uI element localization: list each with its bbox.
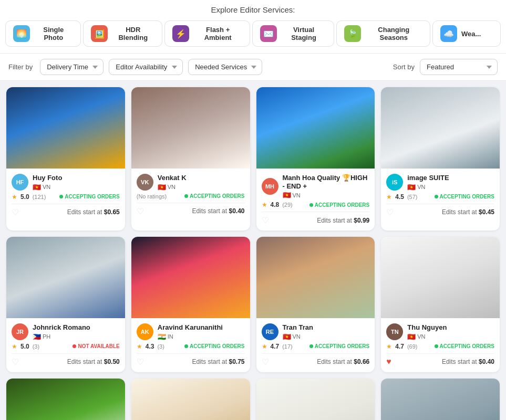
service-tab-virtual-staging[interactable]: ✉️ Virtual Staging [252, 20, 334, 47]
editor-name: Manh Hoa Quality 🏆HIGH - END + [283, 174, 370, 190]
price-text: Edits start at $0.45 [442, 208, 494, 216]
card-body: JR Johnrick Romano 🇵🇭 PH ★ 5.0 (3) [6, 318, 125, 372]
editor-availability-filter[interactable]: Editor Availability Available Not Availa… [109, 59, 183, 75]
editor-card[interactable]: BP BEEPEC 🇻🇳 VN ♡ [131, 379, 250, 420]
service-tabs: 🌅 Single Photo 🖼️ HDR Blending ⚡ Flash +… [0, 18, 506, 49]
editor-card[interactable]: VK Venkat K 🇻🇳 VN (No ratings) ACCEPTING… [131, 87, 250, 230]
favorite-button[interactable]: ♡ [12, 207, 19, 217]
status-text: ACCEPTING ORDERS [190, 343, 244, 349]
hdr-blending-icon: 🖼️ [91, 25, 108, 42]
editor-info-row: RE Tran Tran 🇻🇳 VN [262, 323, 370, 341]
editor-country: 🇻🇳 VN [33, 183, 120, 191]
rating-value: 4.7 [271, 343, 280, 350]
editor-card[interactable]: RE Tran Tran 🇻🇳 VN ★ 4.7 (17) [256, 237, 375, 372]
price-text: Edits start at $0.75 [192, 358, 244, 365]
sort-filter[interactable]: Featured Price: Low to High Price: High … [420, 59, 498, 75]
editor-info-row: AK Aravind Karunanithi 🇮🇳 IN [137, 323, 245, 341]
status-text: ACCEPTING ORDERS [315, 202, 369, 208]
card-stats: ★ 4.7 (69) ACCEPTING ORDERS [386, 343, 494, 350]
card-body: iS image SUITE 🇻🇳 VN ★ 4.5 (57) [381, 169, 500, 223]
star-icon: ★ [386, 343, 392, 350]
card-footer: ♡ Edits start at $0.65 [12, 204, 120, 217]
service-tab-single-photo[interactable]: 🌅 Single Photo [5, 20, 81, 47]
editor-name: Thu Nguyen [407, 323, 494, 332]
status-badge: ACCEPTING ORDERS [309, 343, 369, 349]
editor-country: 🇵🇭 PH [33, 333, 120, 341]
rating-value: 5.0 [20, 193, 29, 201]
editor-details: Johnrick Romano 🇵🇭 PH [33, 323, 120, 341]
editor-details: Aravind Karunanithi 🇮🇳 IN [158, 323, 245, 341]
editor-info-row: MH Manh Hoa Quality 🏆HIGH - END + 🇻🇳 VN [262, 174, 370, 199]
favorite-button[interactable]: ♡ [262, 357, 269, 367]
price-text: Edits start at $0.65 [67, 208, 120, 216]
star-icon: ★ [12, 343, 17, 350]
editor-card[interactable]: KV Khanh Vy 🇻🇳 VN ♡ [381, 379, 500, 420]
favorite-button[interactable]: ♡ [262, 215, 269, 225]
card-image [256, 379, 375, 420]
service-tab-hdr-blending[interactable]: 🖼️ HDR Blending [83, 20, 162, 47]
favorite-button[interactable]: ♥ [386, 357, 391, 366]
card-footer: ♥ Edits start at $0.40 [386, 353, 494, 366]
review-count: (3) [33, 343, 39, 350]
editor-card[interactable]: MH Manh Hoa Quality 🏆HIGH - END + 🇻🇳 VN … [256, 87, 375, 230]
rating-value: 4.5 [395, 193, 404, 201]
country-flag-icon: 🇮🇳 [158, 333, 166, 341]
country-flag-icon: 🇻🇳 [158, 183, 166, 191]
needed-services-filter[interactable]: Needed Services Single Photo HDR Blendin… [188, 59, 262, 75]
editor-name: Venkat K [158, 174, 245, 182]
price-text: Edits start at $0.40 [442, 358, 494, 365]
status-dot [184, 194, 188, 198]
status-badge: ACCEPTING ORDERS [184, 193, 244, 199]
card-image [381, 87, 500, 169]
country-flag-icon: 🇻🇳 [33, 183, 41, 191]
card-image [6, 87, 125, 169]
card-body: TN Thu Nguyen 🇻🇳 VN ★ 4.7 (69) [381, 318, 500, 372]
delivery-time-filter[interactable]: Delivery Time 24 hours 48 hours 3 days [40, 59, 104, 75]
editor-country: 🇻🇳 VN [407, 183, 494, 191]
page-title: Explore Editor Services: [0, 5, 506, 14]
country-code: VN [293, 333, 301, 340]
service-tab-flash-ambient[interactable]: ⚡ Flash + Ambient [164, 20, 251, 47]
favorite-button[interactable]: ♡ [137, 357, 144, 367]
avatar: iS [386, 174, 403, 191]
price-amount: $0.65 [104, 208, 120, 216]
service-tab-changing-seasons[interactable]: 🍃 Changing Seasons [336, 20, 430, 47]
price-amount: $0.45 [479, 208, 494, 216]
card-image [6, 379, 125, 420]
country-code: IN [168, 333, 173, 340]
single-photo-label: Single Photo [34, 26, 73, 41]
service-tab-weather[interactable]: ☁️ Wea... [432, 20, 501, 47]
status-dot [309, 344, 313, 348]
editor-card[interactable]: HF Huy Foto 🇻🇳 VN ★ 5.0 (121) [6, 87, 125, 230]
card-stats: ★ 5.0 (3) NOT AVAILABLE [12, 343, 120, 350]
favorite-button[interactable]: ♡ [137, 206, 144, 216]
card-footer: ♡ Edits start at $0.45 [386, 204, 494, 217]
status-badge: NOT AVAILABLE [73, 343, 119, 349]
editor-card[interactable]: JR Johnrick Romano 🇵🇭 PH ★ 5.0 (3) [6, 237, 125, 372]
card-stats: ★ 4.7 (17) ACCEPTING ORDERS [262, 343, 370, 350]
changing-seasons-label: Changing Seasons [365, 26, 422, 41]
editor-info-row: TN Thu Nguyen 🇻🇳 VN [386, 323, 494, 341]
editor-card[interactable]: iS image SUITE 🇻🇳 VN ★ 4.5 (57) [381, 87, 500, 230]
avatar: TN [386, 323, 403, 340]
editor-card[interactable]: AK Aravind Karunanithi 🇮🇳 IN ★ 4.3 (3) [131, 237, 250, 372]
editor-cards-grid: HF Huy Foto 🇻🇳 VN ★ 5.0 (121) [0, 81, 506, 420]
editor-name: Huy Foto [33, 174, 120, 182]
editor-card[interactable]: RN Rocker Nguyen 🇻🇳 VN ♡ [256, 379, 375, 420]
card-footer: ♡ Edits start at $0.50 [12, 353, 120, 367]
card-body: MH Manh Hoa Quality 🏆HIGH - END + 🇻🇳 VN … [256, 169, 375, 230]
card-stats: ★ 4.3 (3) ACCEPTING ORDERS [137, 343, 245, 350]
editor-card[interactable]: TN Thu Nguyen 🇻🇳 VN ★ 4.7 (69) [381, 237, 500, 372]
editor-card[interactable]: RE Ryan Esgana 🇵🇭 PH ♡ [6, 379, 125, 420]
favorite-button[interactable]: ♡ [386, 207, 394, 217]
status-badge: ACCEPTING ORDERS [309, 202, 369, 208]
editor-details: Thu Nguyen 🇻🇳 VN [407, 323, 494, 341]
rating-value: 4.8 [271, 201, 280, 208]
status-badge: ACCEPTING ORDERS [59, 194, 119, 200]
status-text: ACCEPTING ORDERS [65, 194, 119, 200]
star-icon: ★ [137, 343, 142, 350]
price-text: Edits start at $0.50 [67, 358, 120, 365]
weather-label: Wea... [461, 30, 481, 38]
price-amount: $0.40 [479, 358, 494, 365]
favorite-button[interactable]: ♡ [12, 357, 19, 367]
